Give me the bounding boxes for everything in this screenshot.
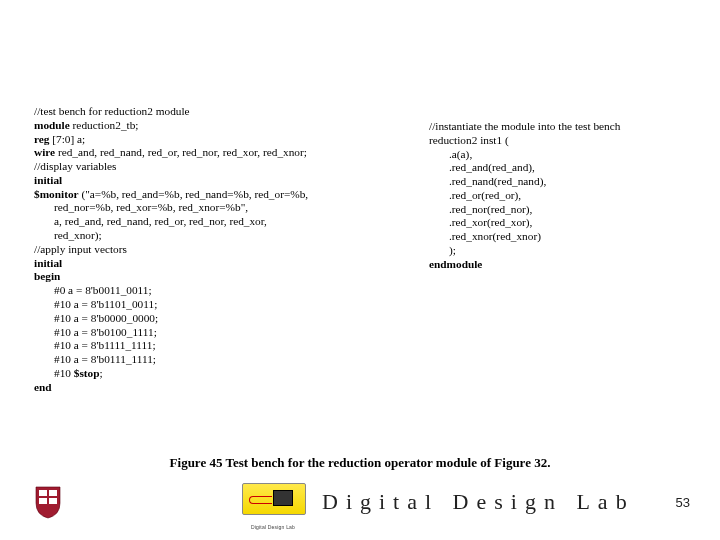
code-line: .a(a), — [429, 148, 684, 162]
svg-rect-3 — [49, 498, 57, 504]
shield-icon — [34, 485, 62, 519]
code-line: #10 a = 8'b1101_0011; — [34, 298, 429, 312]
brand-text: Digital Design Lab — [322, 489, 635, 515]
code-line: #10 a = 8'b0111_1111; — [34, 353, 429, 367]
code-line: a, red_and, red_nand, red_or, red_nor, r… — [34, 215, 429, 229]
code-line: .red_nor(red_nor), — [429, 203, 684, 217]
code-line: red_xnor); — [34, 229, 429, 243]
code-right-column: //instantiate the module into the test b… — [429, 105, 684, 394]
code-line: .red_xor(red_xor), — [429, 216, 684, 230]
svg-rect-0 — [39, 490, 47, 496]
code-line: //display variables — [34, 160, 429, 174]
code-line: #10 a = 8'b0100_1111; — [34, 326, 429, 340]
kw-initial: initial — [34, 257, 62, 269]
page-number: 53 — [676, 495, 690, 510]
kw-endmodule: endmodule — [429, 258, 482, 270]
lab-logo: Digital Design Lab — [242, 483, 304, 521]
code-line: begin — [34, 270, 429, 284]
code-line: red_nor=%b, red_xor=%b, red_xnor=%b", — [34, 201, 429, 215]
code-line: #10 a = 8'b1111_1111; — [34, 339, 429, 353]
code-line: module reduction2_tb; — [34, 119, 429, 133]
code-line: reg [7:0] a; — [34, 133, 429, 147]
kw-begin: begin — [34, 270, 60, 282]
code-line: initial — [34, 174, 429, 188]
code-line: #0 a = 8'b0011_0011; — [34, 284, 429, 298]
code-text: red_and, red_nand, red_or, red_nor, red_… — [55, 146, 307, 158]
svg-rect-2 — [39, 498, 47, 504]
code-text: [7:0] a; — [49, 133, 85, 145]
slide: //test bench for reduction2 module modul… — [0, 0, 720, 540]
code-line: .red_or(red_or), — [429, 189, 684, 203]
code-line: #10 a = 8'b0000_0000; — [34, 312, 429, 326]
kw-module: module — [34, 119, 70, 131]
footer: Digital Design Lab Digital Design Lab 53 — [0, 480, 720, 524]
kw-initial: initial — [34, 174, 62, 186]
lab-logo-subtext: Digital Design Lab — [242, 524, 304, 530]
code-text: #10 — [54, 367, 74, 379]
kw-wire: wire — [34, 146, 55, 158]
code-columns: //test bench for reduction2 module modul… — [34, 105, 688, 394]
kw-monitor: $monitor — [34, 188, 79, 200]
kw-end: end — [34, 381, 52, 393]
code-line: .red_and(red_and), — [429, 161, 684, 175]
code-line: //apply input vectors — [34, 243, 429, 257]
code-line: endmodule — [429, 258, 684, 272]
code-line: .red_xnor(red_xnor) — [429, 230, 684, 244]
code-text: reduction2_tb; — [70, 119, 139, 131]
code-line: //instantiate the module into the test b… — [429, 120, 684, 134]
code-text: ("a=%b, red_and=%b, red_nand=%b, red_or=… — [79, 188, 309, 200]
code-line: #10 $stop; — [34, 367, 429, 381]
code-text: ; — [100, 367, 103, 379]
kw-stop: $stop — [74, 367, 100, 379]
svg-rect-1 — [49, 490, 57, 496]
code-line: end — [34, 381, 429, 395]
code-line: reduction2 inst1 ( — [429, 134, 684, 148]
figure-caption: Figure 45 Test bench for the reduction o… — [0, 455, 720, 471]
code-line: $monitor ("a=%b, red_and=%b, red_nand=%b… — [34, 188, 429, 202]
code-line: wire red_and, red_nand, red_or, red_nor,… — [34, 146, 429, 160]
code-line: //test bench for reduction2 module — [34, 105, 429, 119]
code-line: initial — [34, 257, 429, 271]
kw-reg: reg — [34, 133, 49, 145]
code-line: ); — [429, 244, 684, 258]
code-line: .red_nand(red_nand), — [429, 175, 684, 189]
code-left-column: //test bench for reduction2 module modul… — [34, 105, 429, 394]
